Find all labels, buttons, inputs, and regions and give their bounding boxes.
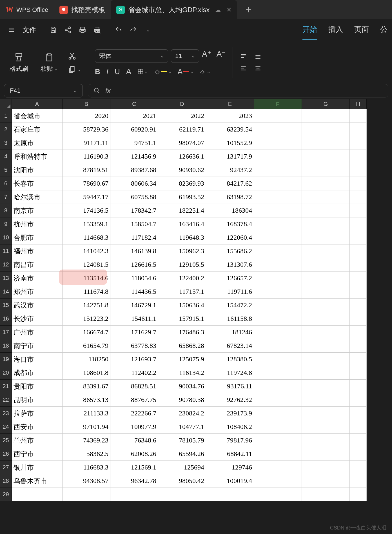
bold-icon[interactable]: B bbox=[95, 67, 100, 76]
column-header[interactable]: F bbox=[254, 99, 302, 109]
cell[interactable]: 142751.8 bbox=[63, 299, 110, 312]
cell[interactable] bbox=[350, 420, 367, 434]
hamburger-icon[interactable] bbox=[5, 23, 18, 37]
cell[interactable]: 2021 bbox=[110, 109, 158, 123]
row-header[interactable]: 15 bbox=[0, 299, 12, 312]
cell[interactable] bbox=[302, 488, 350, 501]
cell[interactable]: 150962.3 bbox=[158, 244, 206, 258]
cell[interactable]: 122400.2 bbox=[158, 272, 206, 285]
cell[interactable]: 南宁市 bbox=[12, 339, 63, 353]
row-header[interactable]: 17 bbox=[0, 326, 12, 339]
cell[interactable] bbox=[254, 244, 302, 258]
cell[interactable] bbox=[110, 488, 158, 501]
cell[interactable] bbox=[350, 312, 367, 326]
cell[interactable] bbox=[302, 177, 350, 190]
formula-input[interactable] bbox=[116, 84, 383, 97]
cell[interactable] bbox=[302, 217, 350, 231]
cell[interactable]: 117157.1 bbox=[158, 285, 206, 299]
cell[interactable] bbox=[158, 488, 206, 501]
cell[interactable] bbox=[254, 420, 302, 434]
align-center-icon[interactable] bbox=[254, 64, 262, 72]
cell[interactable]: 省会城市 bbox=[12, 109, 63, 123]
row-header[interactable]: 14 bbox=[0, 285, 12, 299]
cell[interactable] bbox=[350, 339, 367, 353]
font-name-select[interactable]: 宋体⌄ bbox=[95, 49, 168, 63]
column-header[interactable]: G bbox=[302, 99, 350, 109]
tab-templates[interactable]: 找稻壳模板 bbox=[54, 0, 111, 20]
cell[interactable]: 121456.9 bbox=[110, 150, 158, 163]
cell[interactable]: 178342.7 bbox=[110, 204, 158, 217]
cell[interactable] bbox=[254, 339, 302, 353]
cell[interactable] bbox=[12, 488, 63, 501]
cell[interactable]: 116683.3 bbox=[63, 461, 110, 474]
cell[interactable] bbox=[302, 326, 350, 339]
cell[interactable]: 239173.9 bbox=[206, 407, 254, 420]
format-painter-button[interactable]: 格式刷 bbox=[5, 43, 33, 82]
cell[interactable]: 113514.6 bbox=[63, 272, 110, 285]
cell[interactable] bbox=[254, 299, 302, 312]
cell[interactable]: 62119.71 bbox=[158, 123, 206, 136]
tab-more[interactable]: 公 bbox=[380, 19, 387, 40]
cell[interactable] bbox=[350, 447, 367, 461]
cell[interactable] bbox=[350, 136, 367, 150]
cell[interactable]: 65868.28 bbox=[158, 339, 206, 353]
cell[interactable] bbox=[254, 474, 302, 488]
column-header[interactable]: E bbox=[206, 99, 254, 109]
cell[interactable]: 61993.52 bbox=[158, 190, 206, 204]
cell[interactable] bbox=[350, 177, 367, 190]
cell[interactable]: 68842.11 bbox=[206, 447, 254, 461]
file-menu[interactable]: 文件 bbox=[19, 25, 39, 34]
row-header[interactable]: 7 bbox=[0, 190, 12, 204]
cell[interactable] bbox=[302, 136, 350, 150]
cell[interactable]: 合肥市 bbox=[12, 231, 63, 244]
cell[interactable]: 150636.4 bbox=[158, 299, 206, 312]
cell[interactable] bbox=[254, 366, 302, 380]
cell[interactable]: 146729.1 bbox=[110, 299, 158, 312]
font-color-icon[interactable]: A⌄ bbox=[178, 67, 193, 76]
cell[interactable] bbox=[302, 380, 350, 393]
cell[interactable]: 76348.6 bbox=[110, 434, 158, 447]
column-header[interactable]: B bbox=[63, 99, 110, 109]
cell[interactable] bbox=[350, 488, 367, 501]
cell[interactable]: 104777.1 bbox=[158, 420, 206, 434]
cell[interactable] bbox=[254, 109, 302, 123]
cell[interactable]: 168378.4 bbox=[206, 217, 254, 231]
cell[interactable]: 南京市 bbox=[12, 204, 63, 217]
row-header[interactable]: 18 bbox=[0, 339, 12, 353]
cell[interactable] bbox=[254, 312, 302, 326]
cell[interactable]: 161158.8 bbox=[206, 312, 254, 326]
cell[interactable] bbox=[302, 299, 350, 312]
italic-icon[interactable]: I bbox=[106, 67, 108, 76]
cell[interactable]: 131307.6 bbox=[206, 258, 254, 272]
row-header[interactable]: 23 bbox=[0, 407, 12, 420]
cell[interactable]: 59447.17 bbox=[63, 190, 110, 204]
cell[interactable] bbox=[350, 244, 367, 258]
cell[interactable]: 126636.1 bbox=[158, 150, 206, 163]
cell[interactable]: 西宁市 bbox=[12, 447, 63, 461]
cell[interactable] bbox=[254, 353, 302, 366]
cell[interactable]: 186304 bbox=[206, 204, 254, 217]
cell[interactable]: 111674.8 bbox=[63, 285, 110, 299]
row-header[interactable]: 11 bbox=[0, 244, 12, 258]
cell[interactable]: 90930.62 bbox=[158, 163, 206, 177]
tab-insert[interactable]: 插入 bbox=[328, 19, 343, 40]
cell[interactable]: 67823.14 bbox=[206, 339, 254, 353]
cell[interactable]: 60758.88 bbox=[110, 190, 158, 204]
add-tab-button[interactable]: + bbox=[237, 4, 260, 16]
cell[interactable]: 98050.42 bbox=[158, 474, 206, 488]
cell[interactable] bbox=[254, 447, 302, 461]
cell[interactable]: 151223.2 bbox=[63, 312, 110, 326]
cell[interactable] bbox=[302, 204, 350, 217]
cell[interactable]: 58729.36 bbox=[63, 123, 110, 136]
undo-icon[interactable] bbox=[112, 23, 125, 37]
row-header[interactable]: 9 bbox=[0, 217, 12, 231]
eraser-icon[interactable]: ⌄ bbox=[200, 68, 210, 75]
cell[interactable]: 157915.1 bbox=[158, 312, 206, 326]
row-header[interactable]: 4 bbox=[0, 150, 12, 163]
cell[interactable] bbox=[302, 366, 350, 380]
cell[interactable]: 174136.5 bbox=[63, 204, 110, 217]
copy-button[interactable]: ⌄ bbox=[68, 65, 81, 74]
cell[interactable]: 济南市 bbox=[12, 272, 63, 285]
cell[interactable]: 163416.4 bbox=[158, 217, 206, 231]
cell[interactable] bbox=[350, 123, 367, 136]
